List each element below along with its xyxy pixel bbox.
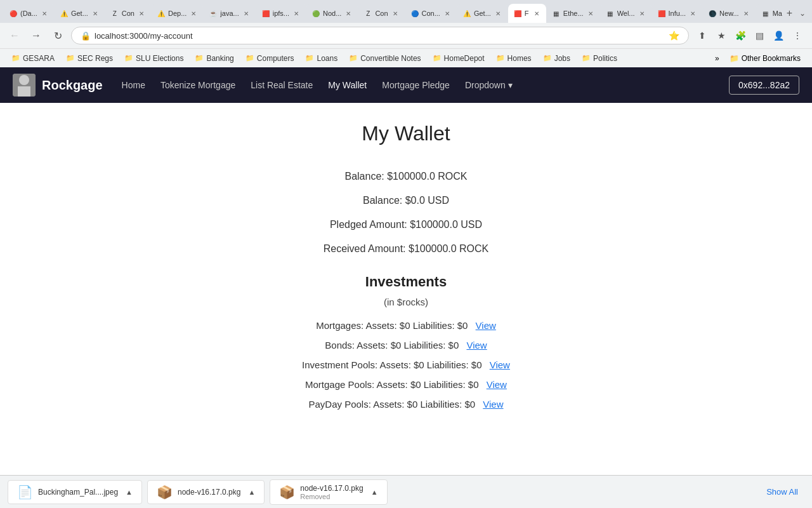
download-item-2[interactable]: 📦 node-v16.17.0.pkg Removed ▲ — [270, 479, 387, 505]
bookmark-item-homedepot[interactable]: 📁HomeDepot — [428, 51, 490, 65]
wallet-address-button[interactable]: 0x692...82a2 — [729, 76, 799, 95]
tab-close-button[interactable]: ✕ — [137, 10, 146, 17]
bookmark-item-slu-elections[interactable]: 📁SLU Elections — [119, 51, 188, 65]
browser-tab-t6[interactable]: 🟥 ipfs... ✕ — [256, 4, 306, 23]
bookmarks-overflow-button[interactable]: » — [711, 53, 723, 64]
share-button[interactable]: ⬆ — [694, 27, 710, 44]
address-bar: ← → ↻ 🔒 localhost:3000/my-account ⭐ ⬆ ★ … — [0, 23, 812, 48]
investment-view-link-3[interactable]: View — [487, 379, 507, 390]
tab-close-button[interactable]: ✕ — [242, 10, 251, 17]
sidebar-button[interactable]: ▤ — [751, 27, 768, 44]
investment-label-3: Mortgage Pools: Assets: $0 Liabilities: … — [305, 379, 479, 390]
investment-view-link-1[interactable]: View — [466, 340, 487, 351]
bookmark-item-jobs[interactable]: 📁Jobs — [538, 51, 575, 65]
browser-tab-t8[interactable]: Z Con ✕ — [358, 4, 404, 23]
bookmark-item-convertible-notes[interactable]: 📁Convertible Notes — [344, 51, 426, 65]
tab-close-button[interactable]: ✕ — [494, 10, 502, 17]
tab-close-button[interactable]: ✕ — [189, 10, 198, 17]
investment-view-link-4[interactable]: View — [483, 399, 503, 410]
browser-tab-t1[interactable]: 🔴 (Da... ✕ — [4, 4, 54, 23]
menu-button[interactable]: ⋮ — [789, 27, 806, 44]
bookmark-star-button[interactable]: ⭐ — [669, 30, 679, 41]
folder-icon: 📁 — [730, 54, 739, 63]
bookmark-item-banking[interactable]: 📁Banking — [190, 51, 239, 65]
tab-close-button[interactable]: ✕ — [40, 10, 49, 17]
browser-tab-t13[interactable]: ▦ Wel... ✕ — [601, 4, 652, 23]
pledged-amount: Pledged Amount: $100000.0 USD — [330, 219, 482, 231]
tab-favicon: 🟥 — [657, 9, 666, 18]
browser-tab-t15[interactable]: 🌑 New... ✕ — [703, 4, 756, 23]
investment-row-0: Mortgages: Assets: $0 Liabilities: $0 Vi… — [316, 320, 496, 331]
download-name: node-v16.17.0.pkg — [178, 488, 240, 497]
tab-close-button[interactable]: ✕ — [586, 10, 595, 17]
bookmark-label: Computers — [257, 54, 294, 63]
browser-tab-t14[interactable]: 🟥 Infu... ✕ — [652, 4, 703, 23]
bookmark-label: Homes — [508, 54, 532, 63]
bookmark-button[interactable]: ★ — [713, 27, 730, 44]
investment-row-3: Mortgage Pools: Assets: $0 Liabilities: … — [305, 379, 507, 390]
nav-dropdown-button[interactable]: Dropdown ▾ — [465, 80, 513, 90]
chevron-up-icon[interactable]: ▲ — [126, 488, 133, 496]
tab-label: Ethe... — [563, 10, 584, 17]
investment-view-link-0[interactable]: View — [476, 320, 496, 331]
nav-link-my-wallet[interactable]: My Wallet — [328, 80, 367, 90]
nav-link-list-real-estate[interactable]: List Real Estate — [251, 80, 313, 90]
tab-label: Dep... — [168, 10, 187, 17]
new-tab-button[interactable]: + — [783, 8, 796, 19]
investments-subtitle: (in $rocks) — [384, 297, 428, 307]
nav-link-mortgage-pledge[interactable]: Mortgage Pledge — [382, 80, 450, 90]
forward-button[interactable]: → — [28, 27, 44, 44]
url-text[interactable]: localhost:3000/my-account — [95, 31, 665, 41]
download-item-1[interactable]: 📦 node-v16.17.0.pkg ▲ — [147, 480, 265, 504]
nav-links: HomeTokenize MortgageList Real EstateMy … — [122, 80, 710, 90]
investments-title: Investments — [365, 274, 447, 290]
tab-dropdown-button[interactable]: ⌄ — [797, 9, 808, 18]
chevron-up-icon[interactable]: ▲ — [248, 488, 255, 496]
browser-tab-t10[interactable]: ⚠️ Get... ✕ — [457, 4, 508, 23]
profile-button[interactable]: 👤 — [770, 27, 787, 44]
show-all-button[interactable]: Show All — [760, 483, 804, 500]
bookmark-item-homes[interactable]: 📁Homes — [491, 51, 537, 65]
tab-close-button[interactable]: ✕ — [344, 10, 353, 17]
tab-close-button[interactable]: ✕ — [688, 10, 697, 17]
tab-close-button[interactable]: ✕ — [532, 10, 541, 17]
browser-tab-t11[interactable]: 🟥 F ✕ — [508, 4, 546, 23]
nav-link-home[interactable]: Home — [122, 80, 145, 90]
browser-tab-t5[interactable]: ☕ java... ✕ — [204, 4, 255, 23]
browser-tab-t12[interactable]: ▦ Ethe... ✕ — [547, 4, 600, 23]
browser-tab-t9[interactable]: 🔵 Con... ✕ — [405, 4, 457, 23]
download-name: Buckingham_Pal....jpeg — [38, 488, 118, 497]
browser-tab-t3[interactable]: Z Con ✕ — [105, 4, 151, 23]
tab-close-button[interactable]: ✕ — [91, 10, 100, 17]
svg-point-1 — [19, 75, 29, 85]
extension-puzzle-button[interactable]: 🧩 — [732, 27, 749, 44]
bookmark-item-computers[interactable]: 📁Computers — [240, 51, 299, 65]
tab-close-button[interactable]: ✕ — [742, 10, 750, 17]
nav-link-tokenize-mortgage[interactable]: Tokenize Mortgage — [160, 80, 235, 90]
tab-favicon: Z — [110, 9, 119, 18]
download-item-0[interactable]: 📄 Buckingham_Pal....jpeg ▲ — [8, 480, 142, 504]
browser-tab-t4[interactable]: ⚠️ Dep... ✕ — [152, 4, 203, 23]
browser-tab-t7[interactable]: 🟢 Nod... ✕ — [306, 4, 358, 23]
folder-icon: 📁 — [349, 54, 358, 62]
bookmark-item-sec-regs[interactable]: 📁SEC Regs — [61, 51, 118, 65]
chevron-up-icon[interactable]: ▲ — [371, 488, 378, 496]
tab-close-button[interactable]: ✕ — [292, 10, 301, 17]
bookmark-item-gesara[interactable]: 📁GESARA — [6, 51, 60, 65]
tab-close-button[interactable]: ✕ — [638, 10, 646, 17]
back-button[interactable]: ← — [6, 27, 23, 44]
investment-view-link-2[interactable]: View — [490, 359, 510, 370]
tab-favicon: ▦ — [761, 9, 770, 18]
browser-tab-t2[interactable]: ⚠️ Get... ✕ — [55, 4, 105, 23]
other-bookmarks[interactable]: 📁 Other Bookmarks — [724, 53, 806, 64]
browser-tab-t16[interactable]: ▦ Mak... ✕ — [756, 4, 782, 23]
investment-row-4: PayDay Pools: Assets: $0 Liabilities: $0… — [308, 399, 503, 410]
tab-label: java... — [220, 10, 239, 17]
bookmark-item-loans[interactable]: 📁Loans — [300, 51, 343, 65]
tab-label: Nod... — [323, 10, 341, 17]
tab-close-button[interactable]: ✕ — [391, 10, 400, 17]
bookmark-item-politics[interactable]: 📁Politics — [577, 51, 622, 65]
tab-close-button[interactable]: ✕ — [443, 10, 452, 17]
download-name: node-v16.17.0.pkg — [300, 484, 363, 493]
reload-button[interactable]: ↻ — [49, 27, 66, 44]
